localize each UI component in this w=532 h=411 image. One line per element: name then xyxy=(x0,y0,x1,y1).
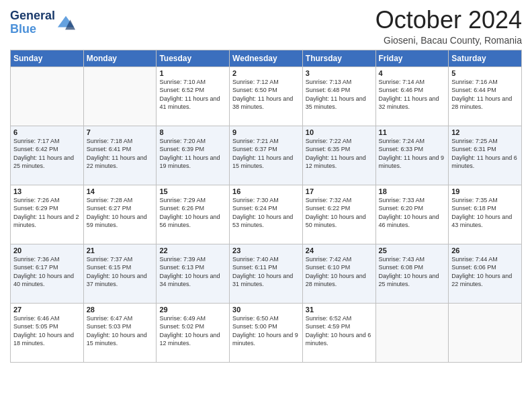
calendar-cell: 22Sunrise: 7:39 AMSunset: 6:13 PMDayligh… xyxy=(157,244,230,303)
calendar-cell: 8Sunrise: 7:20 AMSunset: 6:39 PMDaylight… xyxy=(157,126,230,185)
day-info: Sunrise: 7:30 AMSunset: 6:24 PMDaylight:… xyxy=(232,196,300,230)
day-info: Sunrise: 7:13 AMSunset: 6:48 PMDaylight:… xyxy=(306,78,373,111)
day-info: Sunrise: 7:16 AMSunset: 6:44 PMDaylight:… xyxy=(451,78,519,111)
day-number: 1 xyxy=(159,69,226,77)
calendar-cell: 30Sunrise: 6:50 AMSunset: 5:00 PMDayligh… xyxy=(230,303,303,362)
day-number: 31 xyxy=(306,306,373,314)
calendar-cell: 29Sunrise: 6:49 AMSunset: 5:02 PMDayligh… xyxy=(157,303,230,362)
day-info: Sunrise: 7:17 AMSunset: 6:42 PMDaylight:… xyxy=(13,137,81,171)
calendar-cell: 2Sunrise: 7:12 AMSunset: 6:50 PMDaylight… xyxy=(230,66,303,126)
day-number: 14 xyxy=(87,187,154,195)
calendar-cell: 5Sunrise: 7:16 AMSunset: 6:44 PMDaylight… xyxy=(449,66,522,126)
day-number: 15 xyxy=(159,187,226,195)
day-info: Sunrise: 7:12 AMSunset: 6:50 PMDaylight:… xyxy=(232,78,300,111)
day-header-sunday: Sunday xyxy=(11,50,84,66)
calendar-cell: 26Sunrise: 7:44 AMSunset: 6:06 PMDayligh… xyxy=(449,244,522,303)
logo-blue: Blue xyxy=(10,22,36,36)
day-info: Sunrise: 7:33 AMSunset: 6:20 PMDaylight:… xyxy=(379,196,446,230)
calendar-cell: 10Sunrise: 7:22 AMSunset: 6:35 PMDayligh… xyxy=(302,126,375,185)
calendar-cell: 28Sunrise: 6:47 AMSunset: 5:03 PMDayligh… xyxy=(83,303,157,362)
day-info: Sunrise: 7:26 AMSunset: 6:29 PMDaylight:… xyxy=(13,196,81,230)
day-number: 27 xyxy=(13,306,81,314)
day-number: 23 xyxy=(232,246,300,255)
calendar-cell: 16Sunrise: 7:30 AMSunset: 6:24 PMDayligh… xyxy=(230,185,303,244)
day-info: Sunrise: 6:50 AMSunset: 5:00 PMDaylight:… xyxy=(232,314,300,348)
calendar-table: SundayMondayTuesdayWednesdayThursdayFrid… xyxy=(10,50,522,363)
day-header-friday: Friday xyxy=(375,50,449,66)
week-row-3: 13Sunrise: 7:26 AMSunset: 6:29 PMDayligh… xyxy=(11,185,522,244)
day-header-thursday: Thursday xyxy=(302,50,375,66)
calendar-cell: 9Sunrise: 7:21 AMSunset: 6:37 PMDaylight… xyxy=(230,126,303,185)
calendar-cell: 6Sunrise: 7:17 AMSunset: 6:42 PMDaylight… xyxy=(11,126,84,185)
logo-name: General Blue xyxy=(10,9,55,36)
day-info: Sunrise: 7:43 AMSunset: 6:08 PMDaylight:… xyxy=(379,255,446,289)
day-info: Sunrise: 7:21 AMSunset: 6:37 PMDaylight:… xyxy=(232,137,300,171)
day-number: 29 xyxy=(159,306,226,314)
calendar-cell: 3Sunrise: 7:13 AMSunset: 6:48 PMDaylight… xyxy=(302,66,375,126)
calendar-page: General Blue October 2024 Gioseni, Bacau… xyxy=(0,0,532,411)
week-row-2: 6Sunrise: 7:17 AMSunset: 6:42 PMDaylight… xyxy=(11,126,522,185)
logo-text-block: General Blue xyxy=(10,9,75,36)
day-info: Sunrise: 7:24 AMSunset: 6:33 PMDaylight:… xyxy=(379,137,446,171)
month-title: October 2024 xyxy=(375,7,522,34)
week-row-1: 1Sunrise: 7:10 AMSunset: 6:52 PMDaylight… xyxy=(11,66,522,126)
week-row-5: 27Sunrise: 6:46 AMSunset: 5:05 PMDayligh… xyxy=(11,303,522,362)
day-number: 4 xyxy=(379,69,446,77)
calendar-cell: 27Sunrise: 6:46 AMSunset: 5:05 PMDayligh… xyxy=(11,303,84,362)
day-info: Sunrise: 6:47 AMSunset: 5:03 PMDaylight:… xyxy=(87,314,154,348)
logo: General Blue xyxy=(10,9,75,36)
day-number: 7 xyxy=(87,128,154,136)
day-info: Sunrise: 6:46 AMSunset: 5:05 PMDaylight:… xyxy=(13,314,81,348)
calendar-cell xyxy=(11,66,84,126)
logo-general: General xyxy=(10,9,55,22)
day-number: 30 xyxy=(232,306,300,314)
day-number: 8 xyxy=(159,128,226,136)
calendar-cell xyxy=(83,66,157,126)
day-number: 12 xyxy=(451,128,519,136)
day-info: Sunrise: 7:20 AMSunset: 6:39 PMDaylight:… xyxy=(159,137,226,171)
day-number: 2 xyxy=(232,69,300,77)
calendar-cell: 14Sunrise: 7:28 AMSunset: 6:27 PMDayligh… xyxy=(83,185,157,244)
day-info: Sunrise: 7:18 AMSunset: 6:41 PMDaylight:… xyxy=(87,137,154,171)
day-number: 24 xyxy=(306,246,373,255)
calendar-cell xyxy=(449,303,522,362)
day-header-wednesday: Wednesday xyxy=(230,50,303,66)
calendar-cell: 7Sunrise: 7:18 AMSunset: 6:41 PMDaylight… xyxy=(83,126,157,185)
day-number: 22 xyxy=(159,246,226,255)
day-info: Sunrise: 6:49 AMSunset: 5:02 PMDaylight:… xyxy=(159,314,226,348)
calendar-cell: 13Sunrise: 7:26 AMSunset: 6:29 PMDayligh… xyxy=(11,185,84,244)
day-number: 17 xyxy=(306,187,373,195)
day-info: Sunrise: 7:14 AMSunset: 6:46 PMDaylight:… xyxy=(379,78,446,111)
calendar-cell xyxy=(375,303,449,362)
day-header-saturday: Saturday xyxy=(449,50,522,66)
day-header-monday: Monday xyxy=(83,50,157,66)
day-info: Sunrise: 7:40 AMSunset: 6:11 PMDaylight:… xyxy=(232,255,300,289)
calendar-cell: 24Sunrise: 7:42 AMSunset: 6:10 PMDayligh… xyxy=(302,244,375,303)
day-info: Sunrise: 7:36 AMSunset: 6:17 PMDaylight:… xyxy=(13,255,81,289)
day-info: Sunrise: 6:52 AMSunset: 4:59 PMDaylight:… xyxy=(306,314,373,348)
day-number: 21 xyxy=(87,246,154,255)
calendar-cell: 4Sunrise: 7:14 AMSunset: 6:46 PMDaylight… xyxy=(375,66,449,126)
day-info: Sunrise: 7:28 AMSunset: 6:27 PMDaylight:… xyxy=(87,196,154,230)
day-info: Sunrise: 7:37 AMSunset: 6:15 PMDaylight:… xyxy=(87,255,154,289)
day-number: 25 xyxy=(379,246,446,255)
day-info: Sunrise: 7:10 AMSunset: 6:52 PMDaylight:… xyxy=(159,78,226,111)
calendar-cell: 25Sunrise: 7:43 AMSunset: 6:08 PMDayligh… xyxy=(375,244,449,303)
day-number: 16 xyxy=(232,187,300,195)
day-info: Sunrise: 7:29 AMSunset: 6:26 PMDaylight:… xyxy=(159,196,226,230)
day-number: 10 xyxy=(306,128,373,136)
day-number: 18 xyxy=(379,187,446,195)
day-number: 11 xyxy=(379,128,446,136)
calendar-cell: 18Sunrise: 7:33 AMSunset: 6:20 PMDayligh… xyxy=(375,185,449,244)
day-header-tuesday: Tuesday xyxy=(157,50,230,66)
calendar-cell: 11Sunrise: 7:24 AMSunset: 6:33 PMDayligh… xyxy=(375,126,449,185)
day-info: Sunrise: 7:22 AMSunset: 6:35 PMDaylight:… xyxy=(306,137,373,171)
location: Gioseni, Bacau County, Romania xyxy=(375,35,522,46)
calendar-cell: 15Sunrise: 7:29 AMSunset: 6:26 PMDayligh… xyxy=(157,185,230,244)
calendar-cell: 20Sunrise: 7:36 AMSunset: 6:17 PMDayligh… xyxy=(11,244,84,303)
week-row-4: 20Sunrise: 7:36 AMSunset: 6:17 PMDayligh… xyxy=(11,244,522,303)
calendar-cell: 12Sunrise: 7:25 AMSunset: 6:31 PMDayligh… xyxy=(449,126,522,185)
day-info: Sunrise: 7:44 AMSunset: 6:06 PMDaylight:… xyxy=(451,255,519,289)
day-info: Sunrise: 7:39 AMSunset: 6:13 PMDaylight:… xyxy=(159,255,226,289)
title-block: October 2024 Gioseni, Bacau County, Roma… xyxy=(375,7,522,46)
